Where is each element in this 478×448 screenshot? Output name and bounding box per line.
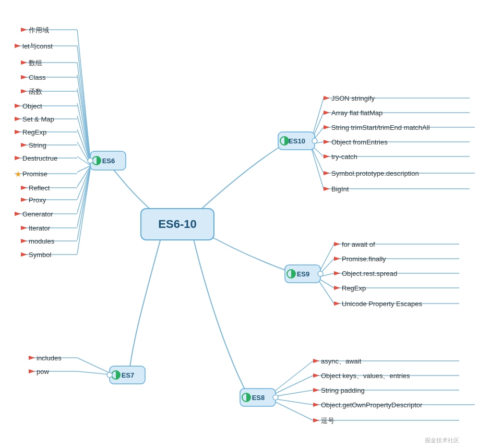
es7-item-includes: includes <box>37 354 62 362</box>
es9-item-unicode: Unicode Property Escapes <box>342 300 422 308</box>
es6-item-zuoyongyu: 作用域 <box>28 26 49 34</box>
svg-marker-121 <box>324 171 330 175</box>
svg-marker-85 <box>21 252 27 257</box>
es6-item-reflect: Reflect <box>29 184 50 192</box>
svg-line-2 <box>77 46 90 161</box>
svg-marker-83 <box>21 239 27 243</box>
es10-item-strtrim: String trimStart/trimEnd matchAll <box>331 124 430 131</box>
svg-marker-101 <box>334 242 340 246</box>
es6-item-func: 函数 <box>29 88 42 95</box>
es8-item-async: async、await <box>321 357 362 365</box>
es6-item-promise: Promise <box>22 170 47 178</box>
svg-point-40 <box>88 158 93 163</box>
svg-line-20 <box>271 361 313 394</box>
es8-item-objkeys: Object keys、values、entries <box>321 372 410 380</box>
es7-label: ES7 <box>122 371 135 379</box>
svg-marker-66 <box>15 117 21 121</box>
es6-item-proxy: Proxy <box>29 196 46 204</box>
svg-line-21 <box>271 376 313 395</box>
es8-item-strpad: String padding <box>321 386 365 394</box>
svg-marker-115 <box>324 125 330 129</box>
es10-item-arrayflat: Array flat flatMap <box>331 109 383 117</box>
svg-marker-119 <box>324 154 330 159</box>
svg-marker-75 <box>21 186 27 190</box>
es9-label: ES9 <box>297 270 310 278</box>
es6-item-destruct: Destructrue <box>22 154 57 162</box>
es6-item-modules: modules <box>29 237 55 245</box>
svg-marker-111 <box>324 96 330 100</box>
svg-marker-93 <box>313 373 319 378</box>
svg-marker-72 <box>15 156 21 160</box>
svg-point-46 <box>273 395 278 400</box>
es6-item-generator: Generator <box>22 210 53 218</box>
svg-marker-64 <box>15 104 21 108</box>
svg-line-18 <box>77 358 110 373</box>
svg-marker-99 <box>313 418 319 422</box>
svg-line-5 <box>77 89 90 163</box>
es6-item-string: String <box>29 141 46 149</box>
es7-item-pow: pow <box>37 368 49 376</box>
es6-item-array: 数组 <box>29 59 42 67</box>
es6-item-iterator: Iterator <box>29 224 51 232</box>
svg-marker-81 <box>21 226 27 230</box>
es10-item-bigint: BigInt <box>331 185 349 193</box>
svg-point-43 <box>107 372 112 378</box>
svg-marker-79 <box>15 212 21 216</box>
es8-label: ES8 <box>252 394 265 402</box>
es10-item-fromentries: Object fromEntries <box>331 138 388 146</box>
es10-item-symboldesc: Symbol.prototype.description <box>331 169 419 177</box>
es6-item-setmap: Set & Map <box>22 115 54 123</box>
svg-marker-70 <box>21 143 27 147</box>
es6-item-regexp: RegExp <box>22 128 46 136</box>
svg-marker-91 <box>313 359 319 363</box>
svg-marker-107 <box>334 286 340 290</box>
es10-item-json: JSON stringify <box>331 94 375 102</box>
svg-point-52 <box>312 138 317 143</box>
svg-marker-117 <box>324 140 330 144</box>
es6-item-class: Class <box>29 74 46 81</box>
es6-item-promise-star: ★ <box>15 169 21 178</box>
es6-item-object: Object <box>22 102 42 110</box>
svg-marker-95 <box>313 388 319 392</box>
es9-item-regexp: RegExp <box>342 284 366 292</box>
svg-marker-54 <box>21 28 27 32</box>
svg-marker-89 <box>29 369 35 373</box>
es9-item-promisefinally: Promise.finally <box>342 255 386 263</box>
svg-line-16 <box>77 168 90 240</box>
svg-marker-109 <box>334 301 340 306</box>
es9-item-forawait: for await of <box>342 240 375 248</box>
svg-marker-58 <box>21 60 27 65</box>
svg-marker-62 <box>21 89 27 93</box>
svg-marker-77 <box>21 198 27 202</box>
svg-line-4 <box>77 75 90 162</box>
es10-item-trycatch: try-catch <box>331 153 357 161</box>
es8-item-comma: 逗号 <box>321 417 334 425</box>
watermark: 掘金技术社区 <box>425 437 459 443</box>
es8-item-getown: Object.getOwnPropertyDescriptor <box>321 401 423 409</box>
svg-line-24 <box>271 400 313 420</box>
svg-marker-60 <box>21 75 27 79</box>
es9-item-objrest: Object.rest.spread <box>342 270 397 277</box>
es6-item-letconst: let与const <box>22 42 53 50</box>
svg-marker-97 <box>313 403 319 407</box>
svg-point-49 <box>318 271 323 276</box>
svg-marker-68 <box>15 130 21 134</box>
center-label: ES6-10 <box>158 217 196 231</box>
svg-line-36 <box>311 147 324 189</box>
svg-marker-123 <box>324 187 330 191</box>
es10-label: ES10 <box>289 137 305 145</box>
es6-label: ES6 <box>102 157 115 165</box>
svg-marker-103 <box>334 257 340 261</box>
es6-item-symbol: Symbol <box>29 251 51 259</box>
svg-marker-105 <box>334 271 340 275</box>
svg-line-19 <box>77 371 110 374</box>
svg-marker-87 <box>29 356 35 360</box>
svg-marker-113 <box>324 111 330 115</box>
svg-marker-56 <box>15 44 21 48</box>
